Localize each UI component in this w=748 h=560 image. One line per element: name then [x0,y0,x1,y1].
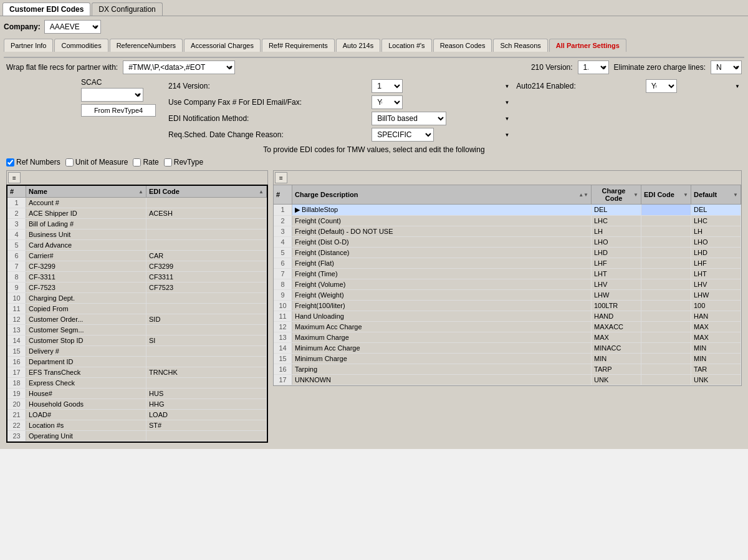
left-toolbar-btn[interactable]: ≡ [8,172,21,183]
right-grid-row[interactable]: 5 Freight (Distance) LHD LHD [274,248,741,258]
ref-numbers-checkbox[interactable] [6,158,14,167]
right-row-edi-code[interactable] [641,269,691,279]
left-grid-row[interactable]: 15 Delivery # [7,346,267,357]
tab-accessorial-charges[interactable]: Accessorial Charges [184,39,261,52]
right-grid-row[interactable]: 15 Minimum Charge MIN MIN [274,354,741,364]
auto214-select-wrapper[interactable]: Yes [646,79,742,93]
tab-all-partner-settings[interactable]: All Partner Settings [549,39,626,52]
left-row-edi-code[interactable]: CF3299 [146,261,267,271]
left-grid-row[interactable]: 5 Card Advance [7,240,267,251]
right-grid-row[interactable]: 9 Freight (Weight) LHW LHW [274,290,741,301]
left-grid-row[interactable]: 6 Carrier# CAR [7,251,267,261]
left-grid-row[interactable]: 14 Customer Stop ID SI [7,336,267,346]
right-grid-row[interactable]: 17 UNKNOWN UNK UNK [274,375,741,385]
rate-filter[interactable]: Rate [133,158,158,167]
right-row-edi-code[interactable] [641,354,691,364]
ref-numbers-filter[interactable]: Ref Numbers [6,158,60,167]
right-grid-row[interactable]: 6 Freight (Flat) LHF LHF [274,258,741,269]
right-col-default[interactable]: Default ▼ [691,185,741,204]
right-grid-row[interactable]: 7 Freight (Time) LHT LHT [274,269,741,279]
left-row-edi-code[interactable] [146,219,267,229]
left-row-edi-code[interactable]: SID [146,314,267,324]
left-row-edi-code[interactable] [146,198,267,208]
left-grid-row[interactable]: 4 Business Unit [7,229,267,240]
right-row-edi-code[interactable] [641,343,691,353]
left-row-edi-code[interactable] [146,304,267,314]
version214-select-wrapper[interactable]: 1.0 [372,79,511,93]
left-grid-row[interactable]: 12 Customer Order... SID [7,314,267,325]
revtype-checkbox[interactable] [164,158,172,167]
right-col-edi-code[interactable]: EDI Code ▼ [641,185,691,204]
left-grid-row[interactable]: 10 Charging Dept. [7,293,267,304]
right-grid-row[interactable]: 1 ▶ BillableStop DEL DEL [274,205,741,216]
tab-auto-214s[interactable]: Auto 214s [336,39,381,52]
left-row-edi-code[interactable] [146,357,267,367]
left-row-edi-code[interactable]: CAR [146,251,267,261]
left-row-edi-code[interactable] [146,325,267,335]
auto214-select[interactable]: Yes [646,79,677,93]
req-sched-select[interactable]: SPECIFIC [372,128,434,142]
right-grid-row[interactable]: 2 Freight (Count) LHC LHC [274,216,741,226]
right-grid-row[interactable]: 12 Maximum Acc Charge MAXACC MAX [274,322,741,332]
unit-of-measure-filter[interactable]: Unit of Measure [65,158,128,167]
version210-select-wrapper[interactable]: 1.0 [578,60,609,74]
left-grid-row[interactable]: 22 Location #s ST# [7,420,267,431]
left-row-edi-code[interactable]: CF7523 [146,282,267,292]
left-row-edi-code[interactable] [146,229,267,239]
left-row-edi-code[interactable] [146,293,267,303]
right-row-edi-code[interactable] [641,311,691,321]
rate-checkbox[interactable] [133,158,141,167]
use-company-fax-select[interactable]: Yes [372,95,403,109]
left-grid-row[interactable]: 11 Copied From [7,304,267,314]
edi-notification-select-wrapper[interactable]: BillTo based [372,112,511,125]
left-row-edi-code[interactable]: TRNCHK [146,367,267,377]
right-grid-row[interactable]: 13 Maximum Charge MAX MAX [274,332,741,343]
left-grid-row[interactable]: 20 Household Goods HHG [7,399,267,410]
right-row-edi-code[interactable] [641,301,691,311]
right-grid-row[interactable]: 16 Tarping TARP TAR [274,364,741,375]
wrap-flat-file-select-wrapper[interactable]: #TMW,\P,<data>,#EOT [123,60,235,74]
right-row-edi-code[interactable] [641,279,691,289]
left-row-edi-code[interactable]: CF3311 [146,272,267,282]
right-row-edi-code[interactable] [641,205,691,215]
left-row-edi-code[interactable]: HUS [146,389,267,398]
eliminate-zero-select[interactable]: No [711,60,742,74]
right-grid-row[interactable]: 11 Hand Unloading HAND HAN [274,311,741,322]
right-toolbar-btn[interactable]: ≡ [275,172,287,183]
edi-notification-select[interactable]: BillTo based [372,112,446,125]
left-row-edi-code[interactable]: ACESH [146,208,267,218]
revtype-filter[interactable]: RevType [164,158,203,167]
right-grid-row[interactable]: 10 Freight(100/liter) 100LTR 100 [274,301,741,311]
left-grid-wrapper[interactable]: # Name ▲ EDI Code ▲ 1 Account # 2 A [6,185,268,443]
right-grid-row[interactable]: 14 Minimum Acc Charge MINACC MIN [274,343,741,354]
right-row-edi-code[interactable] [641,290,691,300]
right-row-edi-code[interactable] [641,364,691,374]
tab-sch-reasons[interactable]: Sch Reasons [493,39,547,52]
right-grid-row[interactable]: 8 Freight (Volume) LHV LHV [274,279,741,290]
company-select-wrapper[interactable]: AAAEVE [44,20,101,34]
left-row-edi-code[interactable] [146,378,267,388]
version214-select[interactable]: 1.0 [372,79,403,93]
tab-location-numbers[interactable]: Location #'s [381,39,431,52]
right-grid-row[interactable]: 3 Freight (Default) - DO NOT USE LH LH [274,226,741,237]
left-grid-row[interactable]: 3 Bill of Lading # [7,219,267,229]
right-row-edi-code[interactable] [641,248,691,258]
req-sched-select-wrapper[interactable]: SPECIFIC [372,128,511,142]
left-row-edi-code[interactable] [146,431,267,441]
right-row-edi-code[interactable] [641,237,691,247]
right-row-edi-code[interactable] [641,322,691,332]
left-grid-row[interactable]: 8 CF-3311 CF3311 [7,272,267,282]
version210-select[interactable]: 1.0 [578,60,609,74]
tab-dx-configuration[interactable]: DX Configuration [92,2,162,16]
left-grid-row[interactable]: 23 Operating Unit [7,431,267,442]
left-grid-row[interactable]: 9 CF-7523 CF7523 [7,282,267,293]
right-row-edi-code[interactable] [641,375,691,385]
right-col-charge-code[interactable]: Charge Code ▼ [592,185,641,204]
left-grid-row[interactable]: 19 House# HUS [7,389,267,399]
tab-customer-edi-codes[interactable]: Customer EDI Codes [2,2,90,16]
tab-partner-info[interactable]: Partner Info [4,39,53,52]
left-row-edi-code[interactable]: LOAD [146,410,267,420]
right-row-edi-code[interactable] [641,226,691,236]
wrap-flat-file-select[interactable]: #TMW,\P,<data>,#EOT [123,60,235,74]
left-grid-row[interactable]: 17 EFS TransCheck TRNCHK [7,367,267,378]
